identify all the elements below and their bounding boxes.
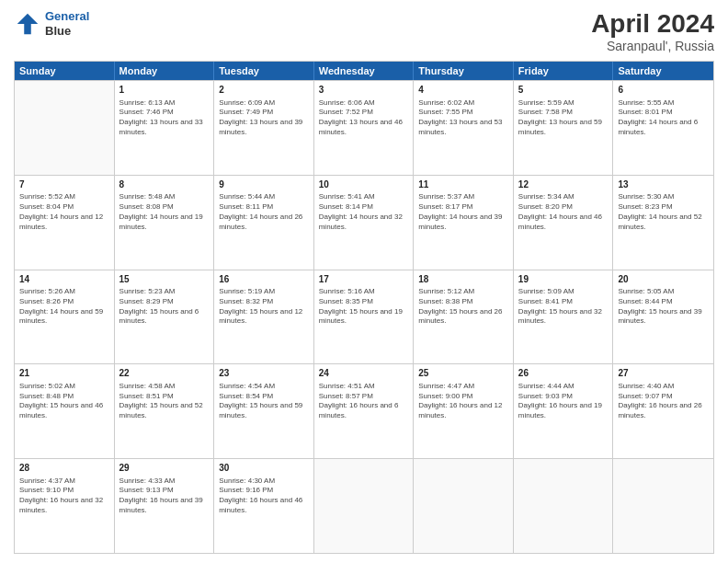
day-cell-4-5 bbox=[514, 459, 614, 553]
day-number: 26 bbox=[518, 367, 609, 380]
day-number: 4 bbox=[418, 84, 508, 97]
cell-info: Sunrise: 5:48 AMSunset: 8:08 PMDaylight:… bbox=[119, 192, 210, 232]
cell-info: Sunrise: 6:06 AMSunset: 7:52 PMDaylight:… bbox=[319, 98, 409, 138]
day-number: 5 bbox=[518, 84, 609, 97]
logo-line2: Blue bbox=[45, 24, 89, 39]
cell-info: Sunrise: 5:37 AMSunset: 8:17 PMDaylight:… bbox=[418, 192, 508, 232]
day-cell-0-5: 5Sunrise: 5:59 AMSunset: 7:58 PMDaylight… bbox=[514, 81, 614, 175]
cell-info: Sunrise: 5:34 AMSunset: 8:20 PMDaylight:… bbox=[518, 192, 609, 232]
title-block: April 2024 Saranpaul', Russia bbox=[591, 9, 714, 53]
day-number: 7 bbox=[19, 178, 109, 191]
day-number: 23 bbox=[219, 367, 309, 380]
day-number: 1 bbox=[119, 84, 210, 97]
day-number: 13 bbox=[618, 178, 709, 191]
day-cell-3-5: 26Sunrise: 4:44 AMSunset: 9:03 PMDayligh… bbox=[514, 364, 614, 458]
day-cell-0-0 bbox=[15, 81, 115, 175]
title-month: April 2024 bbox=[591, 9, 714, 39]
logo-line1: General bbox=[45, 9, 89, 23]
day-cell-4-3 bbox=[314, 459, 415, 553]
day-number: 27 bbox=[618, 367, 709, 380]
day-number: 21 bbox=[19, 367, 109, 380]
day-cell-1-2: 9Sunrise: 5:44 AMSunset: 8:11 PMDaylight… bbox=[214, 176, 314, 270]
week-row-0: 1Sunrise: 6:13 AMSunset: 7:46 PMDaylight… bbox=[15, 80, 713, 175]
cell-info: Sunrise: 5:02 AMSunset: 8:48 PMDaylight:… bbox=[19, 382, 109, 421]
cell-info: Sunrise: 5:52 AMSunset: 8:04 PMDaylight:… bbox=[19, 192, 109, 232]
logo: General Blue bbox=[14, 9, 89, 38]
day-cell-0-1: 1Sunrise: 6:13 AMSunset: 7:46 PMDaylight… bbox=[115, 81, 215, 175]
header-friday: Friday bbox=[514, 62, 614, 80]
header-monday: Monday bbox=[115, 62, 215, 80]
day-number: 16 bbox=[219, 273, 309, 286]
cell-info: Sunrise: 5:30 AMSunset: 8:23 PMDaylight:… bbox=[618, 192, 709, 232]
day-cell-0-2: 2Sunrise: 6:09 AMSunset: 7:49 PMDaylight… bbox=[214, 81, 314, 175]
svg-marker-0 bbox=[17, 13, 39, 34]
header-tuesday: Tuesday bbox=[214, 62, 314, 80]
page: General Blue April 2024 Saranpaul', Russ… bbox=[0, 0, 728, 563]
cell-info: Sunrise: 4:37 AMSunset: 9:10 PMDaylight:… bbox=[19, 477, 109, 516]
week-row-3: 21Sunrise: 5:02 AMSunset: 8:48 PMDayligh… bbox=[15, 363, 713, 458]
cell-info: Sunrise: 4:30 AMSunset: 9:16 PMDaylight:… bbox=[219, 477, 309, 516]
title-location: Saranpaul', Russia bbox=[591, 39, 714, 53]
cell-info: Sunrise: 6:09 AMSunset: 7:49 PMDaylight:… bbox=[219, 98, 309, 138]
day-number: 20 bbox=[618, 273, 709, 286]
cell-info: Sunrise: 5:12 AMSunset: 8:38 PMDaylight:… bbox=[418, 287, 508, 327]
cell-info: Sunrise: 5:16 AMSunset: 8:35 PMDaylight:… bbox=[319, 287, 409, 327]
calendar-header: Sunday Monday Tuesday Wednesday Thursday… bbox=[15, 62, 713, 80]
header-wednesday: Wednesday bbox=[314, 62, 415, 80]
day-cell-4-2: 30Sunrise: 4:30 AMSunset: 9:16 PMDayligh… bbox=[214, 459, 314, 553]
day-number: 2 bbox=[219, 84, 309, 97]
cell-info: Sunrise: 4:47 AMSunset: 9:00 PMDaylight:… bbox=[418, 382, 508, 421]
day-cell-4-0: 28Sunrise: 4:37 AMSunset: 9:10 PMDayligh… bbox=[15, 459, 115, 553]
day-number: 30 bbox=[219, 462, 309, 475]
day-cell-1-0: 7Sunrise: 5:52 AMSunset: 8:04 PMDaylight… bbox=[15, 176, 115, 270]
day-number: 6 bbox=[618, 84, 709, 97]
day-number: 8 bbox=[119, 178, 210, 191]
day-number: 14 bbox=[19, 273, 109, 286]
day-number: 15 bbox=[119, 273, 210, 286]
cell-info: Sunrise: 5:09 AMSunset: 8:41 PMDaylight:… bbox=[518, 287, 609, 327]
day-cell-0-6: 6Sunrise: 5:55 AMSunset: 8:01 PMDaylight… bbox=[613, 81, 713, 175]
cell-info: Sunrise: 5:19 AMSunset: 8:32 PMDaylight:… bbox=[219, 287, 309, 327]
day-number: 29 bbox=[119, 462, 210, 475]
day-cell-1-1: 8Sunrise: 5:48 AMSunset: 8:08 PMDaylight… bbox=[115, 176, 215, 270]
day-cell-2-2: 16Sunrise: 5:19 AMSunset: 8:32 PMDayligh… bbox=[214, 270, 314, 364]
day-cell-4-6 bbox=[613, 459, 713, 553]
day-cell-3-2: 23Sunrise: 4:54 AMSunset: 8:54 PMDayligh… bbox=[214, 364, 314, 458]
day-number: 22 bbox=[119, 367, 210, 380]
day-cell-4-4 bbox=[414, 459, 514, 553]
cell-info: Sunrise: 5:59 AMSunset: 7:58 PMDaylight:… bbox=[518, 98, 609, 138]
day-cell-3-3: 24Sunrise: 4:51 AMSunset: 8:57 PMDayligh… bbox=[314, 364, 415, 458]
week-row-4: 28Sunrise: 4:37 AMSunset: 9:10 PMDayligh… bbox=[15, 458, 713, 553]
cell-info: Sunrise: 5:23 AMSunset: 8:29 PMDaylight:… bbox=[119, 287, 210, 327]
week-row-2: 14Sunrise: 5:26 AMSunset: 8:26 PMDayligh… bbox=[15, 270, 713, 364]
day-number: 9 bbox=[219, 178, 309, 191]
day-cell-1-5: 12Sunrise: 5:34 AMSunset: 8:20 PMDayligh… bbox=[514, 176, 614, 270]
cell-info: Sunrise: 4:58 AMSunset: 8:51 PMDaylight:… bbox=[119, 382, 210, 421]
day-number: 25 bbox=[418, 367, 508, 380]
day-cell-0-3: 3Sunrise: 6:06 AMSunset: 7:52 PMDaylight… bbox=[314, 81, 415, 175]
day-number: 28 bbox=[19, 462, 109, 475]
cell-info: Sunrise: 5:41 AMSunset: 8:14 PMDaylight:… bbox=[319, 192, 409, 232]
day-cell-3-4: 25Sunrise: 4:47 AMSunset: 9:00 PMDayligh… bbox=[414, 364, 514, 458]
header-sunday: Sunday bbox=[15, 62, 115, 80]
day-cell-2-3: 17Sunrise: 5:16 AMSunset: 8:35 PMDayligh… bbox=[314, 270, 415, 364]
calendar-body: 1Sunrise: 6:13 AMSunset: 7:46 PMDaylight… bbox=[15, 80, 713, 553]
day-number: 18 bbox=[418, 273, 508, 286]
day-cell-3-1: 22Sunrise: 4:58 AMSunset: 8:51 PMDayligh… bbox=[115, 364, 215, 458]
day-number: 11 bbox=[418, 178, 508, 191]
day-cell-1-4: 11Sunrise: 5:37 AMSunset: 8:17 PMDayligh… bbox=[414, 176, 514, 270]
day-cell-2-4: 18Sunrise: 5:12 AMSunset: 8:38 PMDayligh… bbox=[414, 270, 514, 364]
day-number: 17 bbox=[319, 273, 409, 286]
day-cell-2-0: 14Sunrise: 5:26 AMSunset: 8:26 PMDayligh… bbox=[15, 270, 115, 364]
cell-info: Sunrise: 6:02 AMSunset: 7:55 PMDaylight:… bbox=[418, 98, 508, 138]
cell-info: Sunrise: 4:54 AMSunset: 8:54 PMDaylight:… bbox=[219, 382, 309, 421]
logo-icon bbox=[14, 10, 41, 38]
day-cell-1-3: 10Sunrise: 5:41 AMSunset: 8:14 PMDayligh… bbox=[314, 176, 415, 270]
cell-info: Sunrise: 5:26 AMSunset: 8:26 PMDaylight:… bbox=[19, 287, 109, 327]
day-cell-2-1: 15Sunrise: 5:23 AMSunset: 8:29 PMDayligh… bbox=[115, 270, 215, 364]
calendar: Sunday Monday Tuesday Wednesday Thursday… bbox=[14, 61, 714, 554]
day-cell-2-5: 19Sunrise: 5:09 AMSunset: 8:41 PMDayligh… bbox=[514, 270, 614, 364]
cell-info: Sunrise: 4:51 AMSunset: 8:57 PMDaylight:… bbox=[319, 382, 409, 421]
cell-info: Sunrise: 4:33 AMSunset: 9:13 PMDaylight:… bbox=[119, 477, 210, 516]
cell-info: Sunrise: 4:44 AMSunset: 9:03 PMDaylight:… bbox=[518, 382, 609, 421]
